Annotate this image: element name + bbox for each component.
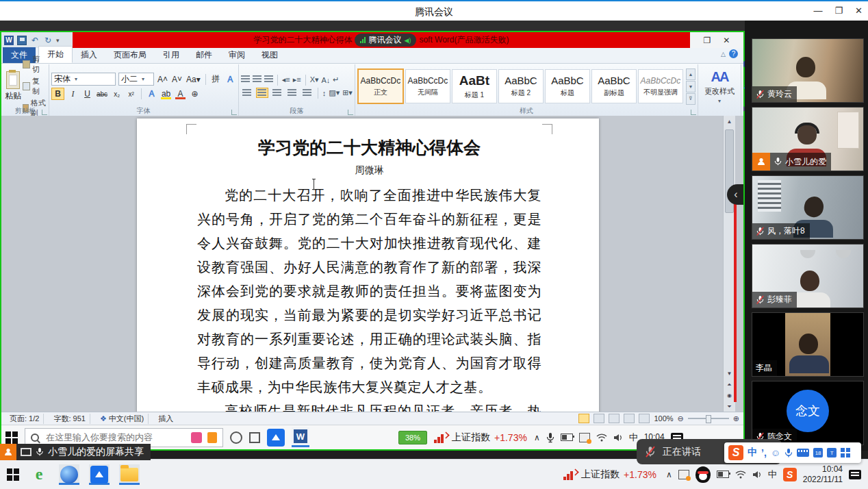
fullscreen-view-button[interactable] — [593, 414, 604, 423]
font-size-combo[interactable]: 小二▾ — [118, 73, 154, 86]
subscript-button[interactable]: x₂ — [111, 88, 123, 99]
change-styles-button[interactable]: AA 更改样式 ▾ — [700, 66, 739, 107]
highlight-color-button[interactable]: ab — [160, 88, 172, 99]
grow-font-button[interactable]: A˄ — [157, 74, 168, 85]
taskbar-meeting-app-host[interactable] — [89, 464, 110, 485]
stock-ticker[interactable]: 上证指数 +1.73% — [434, 431, 527, 444]
font-name-combo[interactable]: 宋体▾ — [51, 73, 116, 86]
tab-insert[interactable]: 插入 — [73, 47, 105, 63]
style-subtitle[interactable]: AaBbC 副标题 — [591, 69, 637, 103]
copy-button[interactable]: 复制 — [23, 76, 47, 97]
text-effects-button[interactable]: A — [146, 88, 157, 99]
participant-tile[interactable]: 念文 陈念文 — [752, 381, 864, 445]
italic-button[interactable]: I — [67, 88, 79, 99]
screenshot-tool-icon[interactable] — [579, 433, 590, 442]
multilevel-list-button[interactable] — [264, 75, 273, 85]
draft-view-button[interactable] — [639, 414, 650, 423]
maximize-button[interactable]: ❐ — [834, 5, 843, 16]
word-restore-button[interactable]: ❐ — [704, 36, 711, 45]
account-icon[interactable]: 18 — [813, 448, 823, 457]
toolbox-icon[interactable] — [841, 448, 850, 457]
host-ime-indicator[interactable]: 中 — [768, 468, 777, 481]
shopping-bag-icon[interactable] — [207, 432, 217, 443]
redo-icon[interactable]: ↻ — [43, 36, 53, 45]
participant-tile[interactable]: 小雪儿的爱 — [752, 107, 864, 171]
qq-icon[interactable] — [695, 466, 711, 483]
zoom-out-button[interactable]: ⊖ — [678, 414, 684, 423]
cortana-icon[interactable] — [230, 431, 242, 444]
bold-button[interactable]: B — [51, 88, 64, 100]
minimize-ribbon-icon[interactable]: △ — [721, 51, 726, 58]
participant-tile[interactable]: 彭臻菲 — [752, 244, 864, 308]
taskbar-ie-browser[interactable]: e — [29, 464, 49, 485]
style-no-spacing[interactable]: AaBbCcDc 无间隔 — [405, 69, 450, 103]
help-icon[interactable]: ? — [729, 49, 738, 58]
zoom-in-button[interactable]: ⊕ — [733, 414, 739, 423]
font-color-button[interactable]: A — [175, 88, 186, 99]
outline-view-button[interactable] — [624, 414, 635, 423]
minimize-button[interactable]: — — [813, 5, 822, 16]
justify-button[interactable] — [286, 88, 298, 98]
styles-dialog-launcher[interactable] — [691, 110, 696, 115]
undo-icon[interactable]: ↶ — [30, 36, 40, 45]
insert-mode[interactable]: 插入 — [154, 414, 177, 424]
cut-button[interactable]: 剪切 — [23, 54, 47, 75]
shrink-font-button[interactable]: A˅ — [171, 74, 183, 85]
voice-input-icon[interactable] — [784, 448, 793, 458]
tray-battery-icon[interactable] — [561, 434, 573, 441]
distribute-button[interactable] — [301, 88, 314, 98]
host-notification-icon[interactable] — [849, 470, 861, 479]
word-count[interactable]: 字数: 951 — [49, 414, 90, 424]
host-battery-icon[interactable] — [717, 471, 729, 478]
host-stock-ticker[interactable]: 上证指数 +1.73% — [563, 468, 656, 481]
sogou-logo-icon[interactable]: S — [728, 445, 743, 460]
next-page-icon[interactable]: ⏷ — [727, 403, 731, 410]
line-spacing-button[interactable]: ↕ — [322, 89, 327, 97]
virtual-keyboard-icon[interactable] — [797, 449, 809, 457]
skin-icon[interactable]: T — [827, 448, 837, 457]
start-button[interactable] — [5, 431, 18, 444]
host-screenshot-icon[interactable] — [678, 470, 689, 479]
document-page[interactable]: 学习党的二十大精神心得体会 周微琳 党的二十大召开，吹响了全面推进中华民族伟大复… — [137, 118, 599, 412]
word-close-button[interactable]: ✕ — [723, 36, 730, 45]
tab-references[interactable]: 引用 — [155, 47, 188, 63]
close-button[interactable]: ✕ — [855, 5, 863, 16]
enclose-characters-button[interactable]: ⊕ — [189, 88, 201, 99]
scroll-up-icon[interactable]: ▲ — [724, 117, 735, 127]
styles-scroll-down-icon[interactable]: ▼ — [686, 81, 695, 92]
search-input[interactable] — [44, 431, 186, 443]
volume-icon[interactable] — [613, 434, 623, 442]
taskbar-file-explorer[interactable] — [119, 464, 140, 485]
participant-tile[interactable]: 黄玲云 — [752, 38, 864, 103]
task-view-icon[interactable] — [249, 432, 260, 443]
asian-layout-button[interactable]: X▾ — [310, 75, 319, 84]
save-icon[interactable] — [17, 36, 27, 45]
character-border-button[interactable]: A — [225, 74, 236, 85]
bullets-button[interactable] — [241, 75, 250, 85]
wifi-icon[interactable] — [596, 434, 607, 442]
web-layout-view-button[interactable] — [609, 414, 620, 423]
tab-page-layout[interactable]: 页面布局 — [105, 47, 155, 63]
align-center-button[interactable] — [256, 88, 268, 98]
tab-mailings[interactable]: 邮件 — [188, 47, 220, 63]
participant-tile[interactable]: 风，落叶8 — [752, 175, 864, 240]
host-tray-expand-icon[interactable]: ∧ — [666, 470, 672, 479]
style-subtle-emphasis[interactable]: AaBbCcDc 不明显强调 — [638, 69, 683, 103]
tab-review[interactable]: 审阅 — [220, 47, 253, 63]
emoji-icon[interactable]: ☺ — [771, 447, 780, 458]
shading-button[interactable]: ▨▾ — [329, 88, 340, 97]
borders-button[interactable]: ⊞▾ — [342, 88, 353, 97]
page-indicator[interactable]: 页面: 1/2 — [5, 414, 44, 424]
underline-button[interactable]: U — [81, 88, 93, 99]
decrease-indent-button[interactable]: ◂≡ — [282, 75, 290, 84]
zoom-slider[interactable] — [688, 418, 729, 419]
increase-indent-button[interactable]: ▸≡ — [293, 75, 301, 84]
print-layout-view-button[interactable] — [578, 414, 589, 423]
phonetic-guide-button[interactable]: 拼 — [210, 74, 222, 85]
ime-mode-toggle[interactable]: 中 — [748, 447, 757, 459]
style-title[interactable]: AaBbC 标题 — [545, 69, 590, 103]
tray-expand-icon[interactable]: ∧ — [534, 433, 540, 442]
styles-scroll-up-icon[interactable]: ▲ — [686, 68, 695, 80]
previous-page-icon[interactable]: ⏶ — [727, 381, 731, 388]
shopping-promo-icon[interactable] — [191, 432, 202, 443]
